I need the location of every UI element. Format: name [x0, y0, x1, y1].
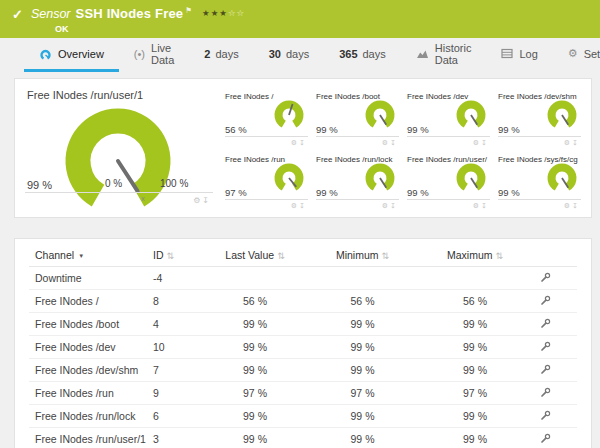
channel-settings-wrench-icon[interactable] [540, 318, 551, 331]
channel-settings-wrench-icon[interactable] [540, 295, 551, 308]
pin-icon[interactable]: ↧ [481, 202, 489, 209]
cell-maximum: 97 % [420, 382, 530, 405]
col-header-actions [530, 243, 577, 267]
tab-label: days [286, 48, 309, 60]
priority-flag-icon[interactable]: ⚑ [185, 3, 192, 18]
primary-gauge-card[interactable]: Free INodes /run/user/1 x 99 % 0 % 100 %… [25, 87, 215, 209]
cell-minimum: 99 % [305, 405, 420, 428]
channel-settings-wrench-icon[interactable] [540, 341, 551, 354]
tab-bar: Overview (•) Live Data 2 days 30 days 36… [0, 38, 600, 72]
small-gauge-value: 99 % [498, 187, 520, 198]
small-gauge-card[interactable]: Free INodes /sys/fs/cg 99 % ⚙↧ [498, 152, 581, 213]
cell-last-value: 97 % [205, 382, 305, 405]
divider [407, 199, 490, 200]
channel-row[interactable]: Free INodes /boot 4 99 % 99 % 99 % [29, 313, 577, 336]
primary-gauge: x [43, 101, 193, 213]
channel-row[interactable]: Free INodes / 8 56 % 56 % 56 % [29, 290, 577, 313]
cell-id: 10 [147, 336, 205, 359]
small-gauge-card[interactable]: Free INodes /run 97 % ⚙↧ [225, 152, 308, 213]
cell-minimum [305, 267, 420, 290]
pin-icon[interactable]: ↧ [299, 202, 307, 209]
tab-365-days[interactable]: 365 days [324, 38, 401, 72]
channel-settings-wrench-icon[interactable] [540, 410, 551, 423]
tab-label: Live Data [151, 42, 174, 66]
tab-overview[interactable]: Overview [24, 38, 119, 72]
col-header-id[interactable]: ID⇅ [147, 243, 205, 267]
cell-last-value: 56 % [205, 290, 305, 313]
tab-log[interactable]: Log [486, 38, 552, 72]
small-gauge-value: 56 % [225, 124, 247, 135]
pin-icon[interactable]: ↧ [572, 202, 580, 209]
tab-settings[interactable]: ⚙ Settings [553, 38, 600, 72]
pin-icon[interactable]: ↧ [572, 139, 580, 146]
small-gauge [271, 161, 307, 195]
gauge-scale-min: 0 % [105, 178, 122, 189]
small-gauge-card[interactable]: Free INodes /run/user/ 99 % ⚙↧ [407, 152, 490, 213]
pin-icon[interactable]: ↧ [390, 202, 398, 209]
cell-minimum: 99 % [305, 336, 420, 359]
tab-historic-data[interactable]: Historic Data [401, 38, 487, 72]
needle-tip-marker: x [141, 195, 145, 202]
channel-row[interactable]: Free INodes /dev/shm 7 99 % 99 % 99 % [29, 359, 577, 382]
table-icon [501, 48, 513, 59]
tab-live-data[interactable]: (•) Live Data [119, 38, 189, 72]
gear-icon[interactable]: ⚙ [473, 202, 481, 209]
small-gauge-card[interactable]: Free INodes /boot 99 % ⚙↧ [316, 89, 399, 150]
channel-settings-wrench-icon[interactable] [540, 364, 551, 377]
gear-icon[interactable]: ⚙ [473, 139, 481, 146]
col-header-last-value[interactable]: Last Value⇅ [205, 243, 305, 267]
cell-last-value: 99 % [205, 336, 305, 359]
divider [498, 136, 581, 137]
divider [225, 136, 308, 137]
gear-icon[interactable]: ⚙ [291, 202, 299, 209]
small-gauge-value: 99 % [316, 187, 338, 198]
small-gauge-card[interactable]: Free INodes / 56 % ⚙↧ [225, 89, 308, 150]
cell-last-value: 99 % [205, 405, 305, 428]
small-gauge-value: 99 % [407, 187, 429, 198]
col-header-minimum[interactable]: Minimum⇅ [305, 243, 420, 267]
cell-last-value: 99 % [205, 359, 305, 382]
tab-30-days[interactable]: 30 days [254, 38, 325, 72]
gear-icon[interactable]: ⚙ [382, 139, 390, 146]
cell-last-value [205, 267, 305, 290]
primary-gauge-title: Free INodes /run/user/1 [27, 89, 143, 101]
small-gauge-card[interactable]: Free INodes /dev 99 % ⚙↧ [407, 89, 490, 150]
cell-minimum: 97 % [305, 382, 420, 405]
priority-stars[interactable]: ★★★☆☆ [202, 6, 245, 21]
tab-2-days[interactable]: 2 days [189, 38, 253, 72]
pin-icon[interactable]: ↧ [390, 139, 398, 146]
tab-label: Settings [584, 48, 600, 60]
gear-icon[interactable]: ⚙ [382, 202, 390, 209]
gear-icon[interactable]: ⚙ [291, 139, 299, 146]
cell-id: 4 [147, 313, 205, 336]
cell-minimum: 56 % [305, 290, 420, 313]
channel-row[interactable]: Free INodes /dev 10 99 % 99 % 99 % [29, 336, 577, 359]
col-header-maximum[interactable]: Maximum⇅ [420, 243, 530, 267]
cell-maximum [420, 267, 530, 290]
tab-label-number: 2 [204, 48, 210, 60]
small-gauge-card[interactable]: Free INodes /run/lock 99 % ⚙↧ [316, 152, 399, 213]
pin-icon[interactable]: ↧ [299, 139, 307, 146]
channel-row[interactable]: Free INodes /run/lock 6 99 % 99 % 99 % [29, 405, 577, 428]
pin-icon[interactable]: ↧ [202, 196, 211, 205]
channel-row[interactable]: Free INodes /run 9 97 % 97 % 97 % [29, 382, 577, 405]
cell-id: 6 [147, 405, 205, 428]
cell-channel: Free INodes /dev/shm [29, 359, 147, 382]
gear-icon[interactable]: ⚙ [564, 202, 572, 209]
col-header-channel[interactable]: Channel▼ [29, 243, 147, 267]
channel-settings-wrench-icon[interactable] [540, 272, 551, 285]
small-gauge-card[interactable]: Free INodes /dev/shm 99 % ⚙↧ [498, 89, 581, 150]
small-gauge [271, 98, 307, 132]
gear-icon[interactable]: ⚙ [193, 196, 202, 205]
channel-settings-wrench-icon[interactable] [540, 387, 551, 400]
channel-row[interactable]: Free INodes /run/user/1 3 99 % 99 % 99 % [29, 428, 577, 448]
sensor-status-badge: OK [55, 24, 245, 34]
sort-icon: ⇅ [495, 251, 503, 261]
divider [407, 136, 490, 137]
pin-icon[interactable]: ↧ [481, 139, 489, 146]
gear-icon[interactable]: ⚙ [564, 139, 572, 146]
small-gauge-value: 99 % [498, 124, 520, 135]
channels-panel: Channel▼ ID⇅ Last Value⇅ Minimum⇅ Maximu… [14, 238, 592, 448]
channel-row[interactable]: Downtime -4 [29, 267, 577, 290]
channel-settings-wrench-icon[interactable] [540, 433, 551, 446]
